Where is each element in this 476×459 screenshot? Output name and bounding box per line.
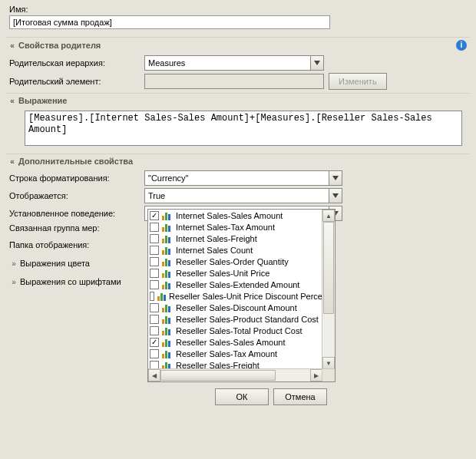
format-string-select[interactable]: "Currency" [144,170,342,186]
scroll-left-button[interactable]: ◀ [148,369,160,381]
expression-textarea[interactable]: [Measures].[Internet Sales-Sales Amount]… [25,111,462,146]
scrollbar-corner [322,368,335,381]
horizontal-scrollbar[interactable]: ◀ ▶ [148,368,322,381]
list-item[interactable]: Reseller Sales-Sales Amount [148,336,322,348]
dropdown-button[interactable] [329,170,342,186]
list-item-label: Reseller Sales-Total Product Cost [176,326,302,335]
checkbox[interactable] [150,326,159,335]
section-expression-header[interactable]: « Выражение [6,93,470,107]
list-item[interactable]: Internet Sales-Tax Amount [148,221,322,233]
dropdown-button[interactable] [310,55,324,71]
parent-element-label: Родительский элемент: [9,77,144,86]
font-expressions-toggle[interactable]: » Выражения со шрифтами [9,277,144,286]
list-item[interactable]: Internet Sales Count [148,244,322,256]
checkbox[interactable] [150,223,159,232]
parent-element-field [144,74,324,89]
list-item[interactable]: Internet Sales-Sales Amount [148,210,322,221]
list-item-label: Reseller Sales-Discount Amount [176,303,297,312]
cancel-button[interactable]: Отмена [273,388,327,405]
measure-icon [162,349,173,358]
list-item-label: Reseller Sales-Order Quantity [176,257,289,266]
arrow-left-icon: ◀ [152,372,157,379]
dropdown-button[interactable] [329,188,342,203]
scroll-down-button[interactable]: ▼ [322,357,335,369]
collapse-icon: « [8,157,17,166]
arrow-up-icon: ▲ [326,213,332,220]
list-item-label: Reseller Sales-Extended Amount [176,280,299,289]
checkbox[interactable] [150,349,159,358]
arrow-right-icon: ▶ [314,372,319,379]
checkbox[interactable] [150,246,159,255]
list-item-label: Reseller Sales-Unit Price [176,269,269,278]
list-item[interactable]: Reseller Sales-Unit Price Discount Perce [148,290,322,302]
measure-icon [162,280,173,289]
checkbox[interactable] [150,338,159,347]
list-item[interactable]: Internet Sales-Freight [148,233,322,244]
measure-icon [157,292,166,301]
ok-button[interactable]: ОК [215,388,269,405]
list-item-label: Reseller Sales-Unit Price Discount Perce [169,292,322,301]
list-item-label: Reseller Sales-Sales Amount [176,338,285,347]
scroll-right-button[interactable]: ▶ [310,369,322,381]
checkbox[interactable] [150,234,159,243]
scroll-thumb[interactable] [323,222,334,314]
list-item[interactable]: Reseller Sales-Order Quantity [148,256,322,267]
behavior-listbox[interactable]: Internet Sales-Sales AmountInternet Sale… [147,209,336,382]
visible-value: True [144,188,329,203]
name-label: Имя: [9,5,470,14]
list-item-label: Internet Sales-Freight [176,234,257,243]
list-item-label: Internet Sales-Tax Amount [176,223,275,232]
checkbox[interactable] [150,303,159,312]
checkbox[interactable] [150,280,159,289]
list-item[interactable]: Reseller Sales-Unit Price [148,267,322,279]
list-item[interactable]: Reseller Sales-Extended Amount [148,279,322,290]
expand-icon: » [9,259,18,268]
display-folder-label: Папка отображения: [9,240,144,249]
measure-icon [162,234,173,243]
section-parent-header[interactable]: « Свойства родителя i [6,37,470,53]
change-button: Изменить [329,73,387,90]
parent-element-value [144,74,324,89]
color-expressions-toggle[interactable]: » Выражения цвета [9,259,144,268]
checkbox[interactable] [150,269,159,278]
section-parent-title: Свойства родителя [18,41,101,50]
list-item[interactable]: Reseller Sales-Tax Amount [148,348,322,359]
parent-hierarchy-label: Родительская иерархия: [9,58,144,68]
measure-icon [162,303,173,312]
section-additional-header[interactable]: « Дополнительные свойства [6,154,470,168]
scroll-thumb[interactable] [160,370,276,381]
scroll-up-button[interactable]: ▲ [322,210,335,222]
visible-select[interactable]: True [144,188,342,203]
measure-icon [162,246,173,255]
checkbox[interactable] [150,257,159,266]
font-expressions-label: Выражения со шрифтами [20,277,121,286]
measure-icon [162,257,173,266]
list-item[interactable]: Reseller Sales-Product Standard Cost [148,313,322,325]
vertical-scrollbar[interactable]: ▲ ▼ [322,210,335,369]
expand-icon: » [9,278,18,286]
parent-hierarchy-select[interactable]: Measures [144,55,324,71]
chevron-down-icon [332,176,339,180]
measure-icon [162,223,173,232]
list-item[interactable]: Reseller Sales-Discount Amount [148,302,322,313]
measure-icon [162,211,173,220]
list-item-label: Reseller Sales-Tax Amount [176,349,277,358]
info-icon[interactable]: i [456,40,467,51]
measure-icon [162,338,173,347]
collapse-icon: « [8,97,17,105]
section-additional-title: Дополнительные свойства [18,157,133,166]
measure-icon [162,269,173,278]
checkbox[interactable] [150,292,154,301]
list-item[interactable]: Reseller Sales-Total Product Cost [148,325,322,336]
checkbox[interactable] [150,315,159,324]
collapse-icon: « [8,41,17,50]
list-item-label: Reseller Sales-Product Standard Cost [176,315,319,324]
chevron-down-icon [332,193,339,198]
name-input[interactable] [9,15,330,29]
list-item-label: Internet Sales Count [176,246,253,255]
arrow-down-icon: ▼ [326,360,332,367]
checkbox[interactable] [150,211,159,220]
chevron-down-icon [314,61,320,65]
measure-group-label: Связанная группа мер: [9,223,144,233]
behavior-label: Установленное поведение: [9,209,144,218]
